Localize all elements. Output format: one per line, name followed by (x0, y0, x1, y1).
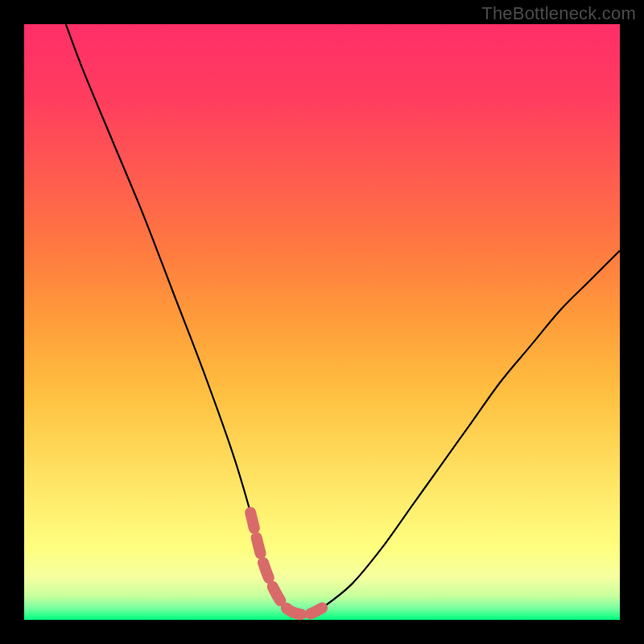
watermark-text: TheBottleneck.com (481, 3, 636, 24)
chart-frame: TheBottleneck.com (0, 0, 644, 644)
plot-area (24, 24, 620, 620)
curve-svg (24, 24, 620, 620)
bottleneck-curve (66, 24, 620, 615)
highlight-band (250, 513, 322, 615)
